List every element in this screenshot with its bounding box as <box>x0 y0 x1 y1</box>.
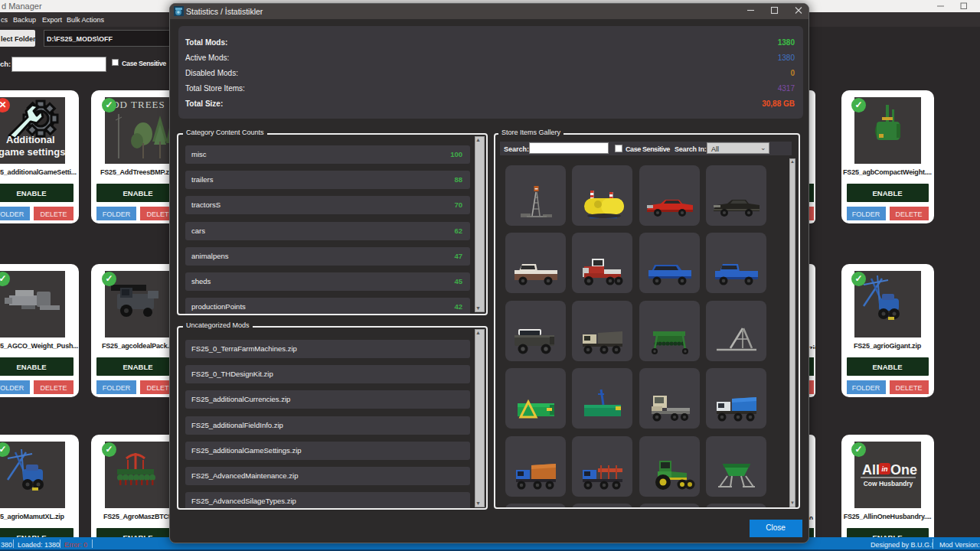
svg-text:Cow Husbandry: Cow Husbandry <box>864 480 913 487</box>
svg-text:One: One <box>890 462 917 478</box>
svg-text:All: All <box>862 462 880 478</box>
svg-text:DD TREES: DD TREES <box>112 99 165 110</box>
svg-text:in: in <box>882 465 889 473</box>
